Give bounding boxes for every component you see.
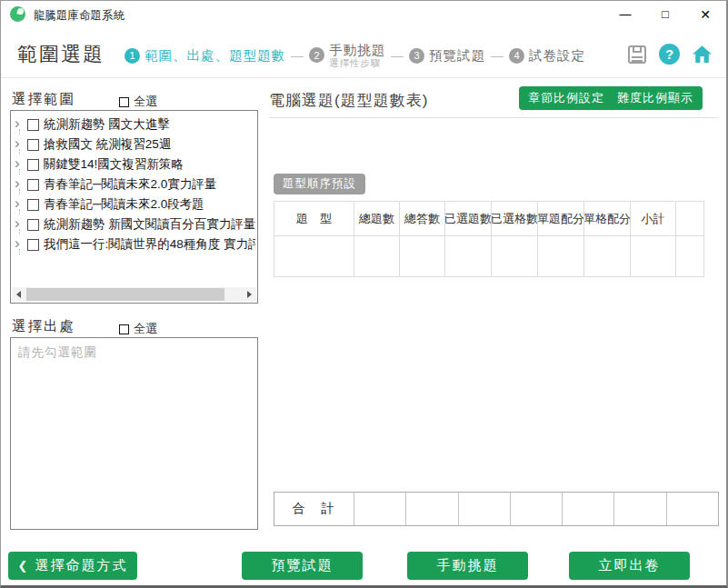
col-total-answers: 總答數: [400, 202, 445, 235]
col-selected-questions: 已選題數: [445, 202, 492, 235]
cell-selected-questions[interactable]: [445, 236, 492, 276]
checkbox-icon: [119, 97, 129, 107]
tree-item[interactable]: › 統測新趨勢 國文大進擊: [15, 115, 255, 135]
horizontal-scrollbar[interactable]: [12, 287, 256, 302]
expand-chevron-icon[interactable]: ›: [15, 195, 27, 211]
source-list: 請先勾選範圍: [10, 337, 258, 530]
tree-item-checkbox[interactable]: [27, 219, 39, 231]
col-subtotal: 小計: [631, 202, 676, 235]
save-icon[interactable]: [625, 43, 648, 65]
choose-method-back-button[interactable]: ❮ 選擇命題方式: [8, 552, 137, 580]
cell-subtotal[interactable]: [631, 236, 676, 276]
maximize-button[interactable]: □: [646, 1, 684, 28]
tree-item-checkbox[interactable]: [27, 179, 39, 191]
table-row: [274, 236, 703, 276]
difficulty-ratio-button[interactable]: 難度比例顯示: [608, 86, 703, 110]
step-3-preview: 3 預覽試題: [409, 47, 485, 65]
expand-chevron-icon[interactable]: ›: [15, 175, 27, 191]
total-value: [563, 493, 614, 525]
home-icon[interactable]: [691, 43, 713, 65]
tree-item[interactable]: › 統測新趨勢 新國文閱讀百分百實力評量: [15, 214, 255, 234]
col-selected-blanks: 已選格數: [492, 202, 538, 235]
step-3-badge: 3: [409, 48, 424, 64]
tree-item[interactable]: › 我們這一行:閱讀世界的48種角度 實力評量: [15, 234, 255, 254]
step-4-badge: 4: [509, 48, 524, 64]
total-value: [354, 493, 406, 525]
tree-item-checkbox[interactable]: [27, 239, 39, 251]
col-points-per-blank: 單格配分: [584, 202, 631, 235]
step-separator: —: [391, 48, 404, 63]
panel-divider: [269, 117, 718, 118]
total-value: [614, 493, 666, 525]
table-header-row: 題 型 總題數 總答數 已選題數 已選格數 單題配分 單格配分 小計: [274, 202, 703, 236]
range-select-all-checkbox[interactable]: 全選: [119, 94, 157, 110]
page-title: 範圍選題: [17, 41, 105, 68]
step-1-range: 1 範圍、出處、題型題數: [125, 47, 285, 65]
generate-paper-button[interactable]: 立即出卷: [569, 552, 690, 580]
computer-selection-title: 電腦選題(題型題數表): [269, 90, 428, 111]
tree-item-checkbox[interactable]: [27, 159, 39, 171]
tree-item-checkbox[interactable]: [27, 199, 39, 211]
total-value: [406, 493, 458, 525]
tree-item[interactable]: › 青春筆記─閱讀未來2.0實力評量: [15, 174, 255, 194]
preview-questions-button[interactable]: 預覽試題: [242, 552, 363, 580]
cell-total-questions[interactable]: [354, 236, 400, 276]
chapter-ratio-button[interactable]: 章節比例設定: [519, 86, 613, 110]
cell-selected-blanks[interactable]: [492, 236, 538, 276]
checkbox-icon: [119, 324, 129, 334]
app-logo-icon: [10, 6, 25, 22]
total-value: [511, 493, 563, 525]
source-section-title: 選擇出處: [12, 317, 75, 336]
col-question-type: 題 型: [274, 202, 354, 235]
step-1-badge: 1: [125, 48, 140, 64]
tree-item[interactable]: › 青春筆記─閱讀未來2.0段考題: [15, 194, 255, 214]
step-4-paper-settings: 4 試卷設定: [509, 47, 585, 65]
expand-chevron-icon[interactable]: ›: [15, 115, 27, 131]
cell-extra[interactable]: [676, 236, 703, 276]
tree-item-checkbox[interactable]: [27, 139, 39, 151]
minimize-button[interactable]: —: [606, 1, 644, 28]
expand-chevron-icon[interactable]: ›: [15, 155, 27, 171]
step-indicator: 1 範圍、出處、題型題數 — 2 手動挑題 選擇性步驟 — 3 預覽試題 — 4…: [125, 37, 585, 74]
total-value: [667, 493, 718, 525]
step-separator: —: [491, 48, 504, 63]
question-type-order-preset-button[interactable]: 題型順序預設: [274, 174, 365, 194]
step-2-badge: 2: [309, 47, 324, 63]
col-extra: [676, 202, 703, 235]
expand-chevron-icon[interactable]: ›: [15, 235, 27, 251]
cell-question-type[interactable]: [274, 236, 354, 276]
scroll-left-icon[interactable]: [12, 287, 26, 302]
cell-points-per-question[interactable]: [538, 236, 584, 276]
scrollbar-thumb[interactable]: [26, 288, 224, 301]
question-type-table: 題 型 總題數 總答數 已選題數 已選格數 單題配分 單格配分 小計: [274, 201, 704, 277]
tree-item[interactable]: › 關鍵雙14!國文複習新策略: [15, 154, 255, 174]
back-chevron-icon: ❮: [18, 559, 30, 573]
cell-total-answers[interactable]: [400, 236, 445, 276]
manual-pick-button[interactable]: 手動挑題: [407, 552, 528, 580]
total-label: 合 計: [274, 493, 354, 525]
total-row: 合 計: [274, 492, 719, 526]
tree-item[interactable]: › 搶救國文 統測複習25週: [15, 135, 255, 154]
cell-points-per-blank[interactable]: [584, 236, 631, 276]
help-icon[interactable]: ?: [658, 43, 681, 65]
header-divider: [1, 77, 726, 78]
app-window: 龍騰題庫命題系統 — □ ✕ 範圍選題 1 範圍、出處、題型題數 — 2 手動挑…: [0, 0, 728, 588]
app-title: 龍騰題庫命題系統: [34, 8, 125, 24]
col-total-questions: 總題數: [354, 202, 400, 235]
titlebar: 龍騰題庫命題系統 — □ ✕: [1, 1, 726, 28]
step-separator: —: [291, 48, 304, 63]
step-2-manual-pick: 2 手動挑題 選擇性步驟: [309, 43, 385, 69]
total-value: [459, 493, 511, 525]
close-button[interactable]: ✕: [686, 1, 724, 28]
source-placeholder: 請先勾選範圍: [18, 344, 97, 361]
expand-chevron-icon[interactable]: ›: [15, 135, 27, 151]
col-points-per-question: 單題配分: [538, 202, 584, 235]
range-section-title: 選擇範圍: [12, 90, 75, 109]
scroll-right-icon[interactable]: [242, 287, 256, 302]
source-select-all-checkbox[interactable]: 全選: [119, 321, 157, 337]
range-tree: › 統測新趨勢 國文大進擊 › 搶救國文 統測複習25週 › 關鍵雙14!國文複…: [10, 110, 258, 304]
tree-item-checkbox[interactable]: [27, 119, 39, 131]
expand-chevron-icon[interactable]: ›: [15, 215, 27, 231]
